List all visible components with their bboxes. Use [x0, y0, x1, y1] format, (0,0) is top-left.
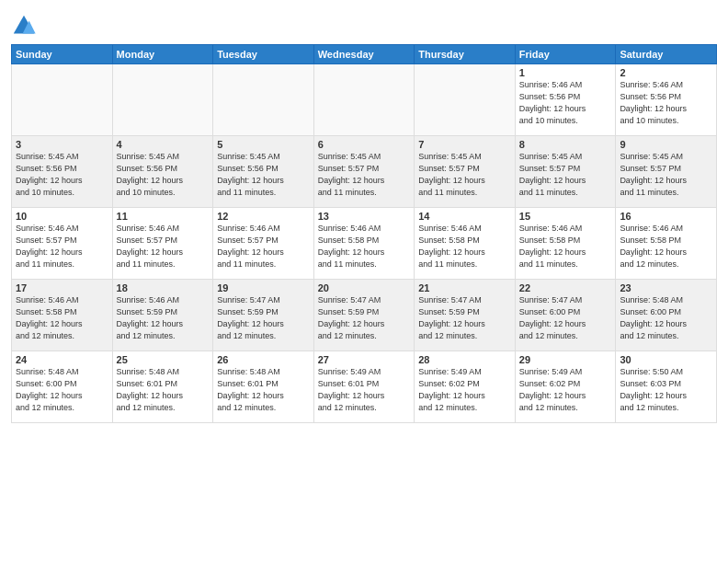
day-number: 23 [620, 282, 712, 293]
day-info: Sunrise: 5:45 AM Sunset: 5:56 PM Dayligh… [217, 151, 310, 199]
calendar-week-4: 24Sunrise: 5:48 AM Sunset: 6:00 PM Dayli… [12, 351, 717, 423]
day-info: Sunrise: 5:49 AM Sunset: 6:01 PM Dayligh… [318, 366, 411, 414]
day-info: Sunrise: 5:45 AM Sunset: 5:57 PM Dayligh… [318, 151, 411, 199]
calendar-cell: 14Sunrise: 5:46 AM Sunset: 5:58 PM Dayli… [415, 208, 516, 280]
calendar-cell: 26Sunrise: 5:48 AM Sunset: 6:01 PM Dayli… [213, 351, 314, 423]
calendar-cell: 17Sunrise: 5:46 AM Sunset: 5:58 PM Dayli… [12, 280, 113, 351]
day-number: 25 [117, 354, 210, 365]
day-info: Sunrise: 5:46 AM Sunset: 5:58 PM Dayligh… [620, 223, 712, 270]
logo-icon [11, 13, 37, 39]
calendar-cell: 4Sunrise: 5:45 AM Sunset: 5:56 PM Daylig… [112, 136, 213, 208]
calendar-header-friday: Friday [515, 45, 616, 64]
calendar-cell: 16Sunrise: 5:46 AM Sunset: 5:58 PM Dayli… [616, 208, 717, 280]
day-number: 30 [620, 354, 712, 365]
day-info: Sunrise: 5:46 AM Sunset: 5:56 PM Dayligh… [620, 79, 712, 127]
calendar-cell [313, 64, 415, 136]
day-info: Sunrise: 5:47 AM Sunset: 5:59 PM Dayligh… [418, 294, 511, 342]
calendar-week-0: 1Sunrise: 5:46 AM Sunset: 5:56 PM Daylig… [12, 64, 717, 136]
day-info: Sunrise: 5:48 AM Sunset: 6:00 PM Dayligh… [16, 366, 108, 414]
day-info: Sunrise: 5:46 AM Sunset: 5:58 PM Dayligh… [519, 223, 612, 270]
day-info: Sunrise: 5:46 AM Sunset: 5:58 PM Dayligh… [418, 223, 511, 270]
day-number: 5 [217, 139, 310, 150]
day-number: 27 [318, 354, 411, 365]
day-info: Sunrise: 5:46 AM Sunset: 5:58 PM Dayligh… [16, 294, 108, 342]
calendar-cell: 11Sunrise: 5:46 AM Sunset: 5:57 PM Dayli… [112, 208, 213, 280]
day-number: 12 [217, 211, 310, 222]
header [11, 9, 717, 39]
calendar-header-saturday: Saturday [616, 45, 717, 64]
day-info: Sunrise: 5:45 AM Sunset: 5:56 PM Dayligh… [117, 151, 210, 199]
day-number: 22 [519, 282, 612, 293]
day-number: 1 [519, 67, 612, 78]
calendar-cell: 25Sunrise: 5:48 AM Sunset: 6:01 PM Dayli… [112, 351, 213, 423]
calendar-cell: 21Sunrise: 5:47 AM Sunset: 5:59 PM Dayli… [415, 280, 516, 351]
day-info: Sunrise: 5:48 AM Sunset: 6:00 PM Dayligh… [620, 294, 712, 342]
day-info: Sunrise: 5:46 AM Sunset: 5:57 PM Dayligh… [217, 223, 310, 270]
day-info: Sunrise: 5:48 AM Sunset: 6:01 PM Dayligh… [117, 366, 210, 414]
calendar-table: SundayMondayTuesdayWednesdayThursdayFrid… [11, 44, 717, 423]
day-info: Sunrise: 5:49 AM Sunset: 6:02 PM Dayligh… [418, 366, 511, 414]
calendar-week-2: 10Sunrise: 5:46 AM Sunset: 5:57 PM Dayli… [12, 208, 717, 280]
day-number: 29 [519, 354, 612, 365]
calendar-cell: 27Sunrise: 5:49 AM Sunset: 6:01 PM Dayli… [313, 351, 415, 423]
logo [11, 13, 40, 39]
day-number: 17 [16, 282, 108, 293]
calendar-cell: 2Sunrise: 5:46 AM Sunset: 5:56 PM Daylig… [616, 64, 717, 136]
day-info: Sunrise: 5:45 AM Sunset: 5:56 PM Dayligh… [16, 151, 108, 199]
calendar-cell [415, 64, 516, 136]
day-info: Sunrise: 5:45 AM Sunset: 5:57 PM Dayligh… [620, 151, 712, 199]
day-info: Sunrise: 5:48 AM Sunset: 6:01 PM Dayligh… [217, 366, 310, 414]
day-number: 11 [117, 211, 210, 222]
day-info: Sunrise: 5:50 AM Sunset: 6:03 PM Dayligh… [620, 366, 712, 414]
day-info: Sunrise: 5:45 AM Sunset: 5:57 PM Dayligh… [519, 151, 612, 199]
calendar-cell: 12Sunrise: 5:46 AM Sunset: 5:57 PM Dayli… [213, 208, 314, 280]
day-info: Sunrise: 5:46 AM Sunset: 5:58 PM Dayligh… [318, 223, 411, 270]
day-number: 20 [318, 282, 411, 293]
day-info: Sunrise: 5:47 AM Sunset: 5:59 PM Dayligh… [318, 294, 411, 342]
day-number: 3 [16, 139, 108, 150]
day-info: Sunrise: 5:46 AM Sunset: 5:57 PM Dayligh… [16, 223, 108, 270]
day-number: 13 [318, 211, 411, 222]
calendar-cell: 22Sunrise: 5:47 AM Sunset: 6:00 PM Dayli… [515, 280, 616, 351]
calendar-cell: 13Sunrise: 5:46 AM Sunset: 5:58 PM Dayli… [313, 208, 415, 280]
calendar-cell: 5Sunrise: 5:45 AM Sunset: 5:56 PM Daylig… [213, 136, 314, 208]
day-info: Sunrise: 5:46 AM Sunset: 5:59 PM Dayligh… [117, 294, 210, 342]
calendar-cell: 30Sunrise: 5:50 AM Sunset: 6:03 PM Dayli… [616, 351, 717, 423]
day-number: 21 [418, 282, 511, 293]
calendar-week-3: 17Sunrise: 5:46 AM Sunset: 5:58 PM Dayli… [12, 280, 717, 351]
day-info: Sunrise: 5:46 AM Sunset: 5:56 PM Dayligh… [519, 79, 612, 127]
day-number: 16 [620, 211, 712, 222]
day-number: 4 [117, 139, 210, 150]
day-info: Sunrise: 5:45 AM Sunset: 5:57 PM Dayligh… [418, 151, 511, 199]
calendar-cell: 19Sunrise: 5:47 AM Sunset: 5:59 PM Dayli… [213, 280, 314, 351]
day-info: Sunrise: 5:49 AM Sunset: 6:02 PM Dayligh… [519, 366, 612, 414]
calendar-header-monday: Monday [112, 45, 213, 64]
calendar-cell [213, 64, 314, 136]
day-number: 8 [519, 139, 612, 150]
day-number: 28 [418, 354, 511, 365]
calendar-header-wednesday: Wednesday [313, 45, 415, 64]
calendar-cell: 29Sunrise: 5:49 AM Sunset: 6:02 PM Dayli… [515, 351, 616, 423]
calendar-cell: 9Sunrise: 5:45 AM Sunset: 5:57 PM Daylig… [616, 136, 717, 208]
calendar-week-1: 3Sunrise: 5:45 AM Sunset: 5:56 PM Daylig… [12, 136, 717, 208]
calendar-cell: 6Sunrise: 5:45 AM Sunset: 5:57 PM Daylig… [313, 136, 415, 208]
day-number: 9 [620, 139, 712, 150]
calendar-cell: 20Sunrise: 5:47 AM Sunset: 5:59 PM Dayli… [313, 280, 415, 351]
calendar-cell: 10Sunrise: 5:46 AM Sunset: 5:57 PM Dayli… [12, 208, 113, 280]
calendar-cell: 7Sunrise: 5:45 AM Sunset: 5:57 PM Daylig… [415, 136, 516, 208]
day-info: Sunrise: 5:46 AM Sunset: 5:57 PM Dayligh… [117, 223, 210, 270]
calendar-header-tuesday: Tuesday [213, 45, 314, 64]
day-number: 19 [217, 282, 310, 293]
day-number: 18 [117, 282, 210, 293]
calendar-cell [12, 64, 113, 136]
calendar-cell: 23Sunrise: 5:48 AM Sunset: 6:00 PM Dayli… [616, 280, 717, 351]
calendar-cell: 18Sunrise: 5:46 AM Sunset: 5:59 PM Dayli… [112, 280, 213, 351]
day-number: 15 [519, 211, 612, 222]
calendar-cell: 1Sunrise: 5:46 AM Sunset: 5:56 PM Daylig… [515, 64, 616, 136]
calendar-header-row: SundayMondayTuesdayWednesdayThursdayFrid… [12, 45, 717, 64]
day-number: 6 [318, 139, 411, 150]
calendar-header-thursday: Thursday [415, 45, 516, 64]
calendar-header-sunday: Sunday [12, 45, 113, 64]
calendar-cell: 8Sunrise: 5:45 AM Sunset: 5:57 PM Daylig… [515, 136, 616, 208]
calendar-cell: 28Sunrise: 5:49 AM Sunset: 6:02 PM Dayli… [415, 351, 516, 423]
